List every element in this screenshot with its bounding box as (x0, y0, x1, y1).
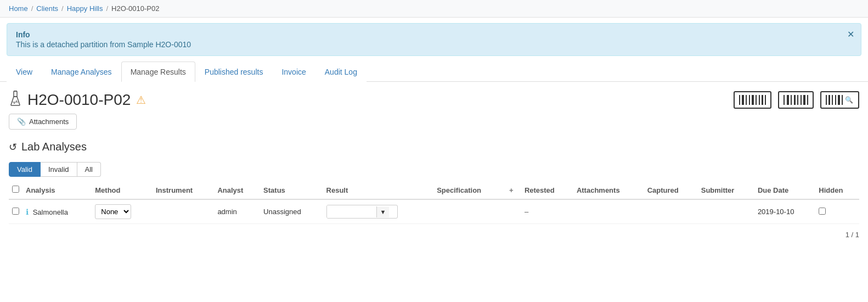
breadcrumb-sep-1: / (31, 4, 33, 13)
breadcrumb-current: H2O-0010-P02 (111, 4, 159, 13)
col-specification: Specification (433, 181, 506, 199)
breadcrumb-client[interactable]: Happy Hills (67, 4, 103, 13)
row-submitter (698, 199, 754, 224)
col-result: Result (323, 181, 434, 199)
barcode-button-1[interactable] (734, 91, 771, 109)
result-input[interactable] (327, 205, 376, 218)
result-input-group: ▼ (326, 205, 398, 219)
breadcrumb-sep-3: / (106, 4, 108, 13)
barcode-scan-button[interactable]: 🔍 (820, 91, 859, 109)
tab-view[interactable]: View (7, 61, 42, 82)
row-hidden (815, 199, 859, 224)
info-banner: Info This is a detached partition from S… (7, 23, 861, 56)
filter-invalid[interactable]: Invalid (41, 162, 77, 177)
row-analyst: admin (214, 199, 260, 224)
tabs-container: View Manage Analyses Manage Results Publ… (0, 61, 868, 82)
row-plus (506, 199, 521, 224)
filter-all[interactable]: All (77, 162, 101, 177)
row-status: Unassigned (260, 199, 323, 224)
breadcrumb: Home / Clients / Happy Hills / H2O-0010-… (0, 0, 868, 18)
col-hidden: Hidden (815, 181, 859, 199)
breadcrumb-sep-2: / (61, 4, 64, 13)
row-captured (644, 199, 698, 224)
col-method: Method (92, 181, 153, 199)
col-plus[interactable]: + (506, 181, 521, 199)
warning-icon: ⚠ (136, 93, 146, 107)
barcode-button-2[interactable] (778, 91, 814, 109)
analyses-table: Analysis Method Instrument Analyst Statu… (9, 181, 859, 224)
analysis-name: Salmonella (33, 208, 68, 216)
info-banner-message: This is a detached partition from Sample… (16, 40, 852, 49)
breadcrumb-clients[interactable]: Clients (36, 4, 58, 13)
pagination-text: 1 / 1 (846, 231, 859, 239)
info-icon: ℹ (26, 208, 29, 216)
info-banner-close[interactable]: ✕ (847, 29, 854, 40)
row-analysis: ℹ Salmonella (22, 199, 92, 224)
tab-manage-results[interactable]: Manage Results (121, 61, 195, 82)
col-analysis: Analysis (22, 181, 92, 199)
col-captured: Captured (644, 181, 698, 199)
lab-analyses-header: ↺ Lab Analyses (0, 136, 868, 158)
sample-icon (9, 91, 22, 109)
tab-manage-analyses[interactable]: Manage Analyses (42, 61, 121, 82)
col-status: Status (260, 181, 323, 199)
tab-invoice[interactable]: Invoice (272, 61, 315, 82)
header-select-all (9, 181, 22, 199)
filter-buttons: Valid Invalid All (9, 162, 859, 177)
lab-analyses-icon: ↺ (9, 141, 17, 153)
svg-point-3 (16, 100, 17, 102)
table-row: ℹ Salmonella None admin Unassigned ▼ (9, 199, 859, 224)
col-retested: Retested (521, 181, 573, 199)
sample-id: H2O-0010-P02 (27, 91, 131, 109)
row-method: None (92, 199, 153, 224)
row-checkbox-cell (9, 199, 22, 224)
col-analyst: Analyst (214, 181, 260, 199)
row-retested: – (521, 199, 573, 224)
breadcrumb-home[interactable]: Home (9, 4, 28, 13)
table-header-row: Analysis Method Instrument Analyst Statu… (9, 181, 859, 199)
sample-header: H2O-0010-P02 ⚠ (0, 82, 868, 114)
tab-audit-log[interactable]: Audit Log (315, 61, 367, 82)
svg-point-2 (14, 103, 15, 104)
paperclip-icon: 📎 (17, 118, 26, 126)
method-select[interactable]: None (95, 204, 131, 219)
col-instrument: Instrument (153, 181, 214, 199)
svg-rect-0 (14, 91, 17, 97)
row-checkbox[interactable] (12, 208, 19, 215)
hidden-checkbox[interactable] (819, 208, 826, 215)
tab-published-results[interactable]: Published results (195, 61, 273, 82)
attachments-button[interactable]: 📎 Attachments (9, 114, 77, 130)
attachments-label: Attachments (29, 118, 69, 126)
pagination: 1 / 1 (0, 224, 868, 245)
select-all-checkbox[interactable] (12, 186, 19, 193)
sample-title-group: H2O-0010-P02 ⚠ (9, 91, 146, 109)
row-specification (433, 199, 506, 224)
col-submitter: Submitter (698, 181, 754, 199)
filter-valid[interactable]: Valid (9, 162, 41, 177)
col-due-date: Due Date (754, 181, 815, 199)
search-icon: 🔍 (845, 96, 854, 104)
barcode-icons-group: 🔍 (734, 91, 859, 109)
result-dropdown-arrow[interactable]: ▼ (376, 206, 390, 217)
row-attachments (573, 199, 644, 224)
row-result: ▼ (323, 199, 434, 224)
col-attachments: Attachments (573, 181, 644, 199)
analyses-table-container: Analysis Method Instrument Analyst Statu… (0, 181, 868, 224)
row-due-date: 2019-10-10 (754, 199, 815, 224)
row-instrument (153, 199, 214, 224)
info-banner-title: Info (16, 30, 852, 39)
lab-analyses-title: Lab Analyses (21, 141, 87, 153)
